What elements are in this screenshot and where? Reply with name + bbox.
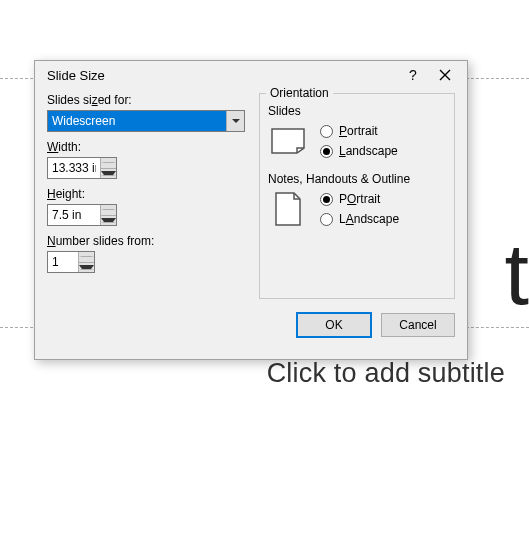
slides-section-label: Slides xyxy=(268,104,446,118)
caret-up-icon xyxy=(101,162,116,163)
radio-icon xyxy=(320,145,333,158)
caret-up-icon xyxy=(101,209,116,210)
dialog-titlebar: Slide Size ? xyxy=(35,61,467,89)
left-column: Slides sized for: Widescreen Width: Heig… xyxy=(47,93,247,307)
radio-icon xyxy=(320,193,333,206)
width-down-button[interactable] xyxy=(101,169,116,179)
radio-icon xyxy=(320,125,333,138)
height-up-button[interactable] xyxy=(101,205,116,216)
slides-landscape-radio[interactable]: Landscape xyxy=(320,144,398,158)
page-portrait-icon xyxy=(270,194,306,224)
caret-up-icon xyxy=(79,256,94,257)
slide-size-dialog: Slide Size ? Slides sized for: Widescree… xyxy=(34,60,468,360)
ok-button[interactable]: OK xyxy=(297,313,371,337)
cancel-button[interactable]: Cancel xyxy=(381,313,455,337)
close-icon xyxy=(439,69,451,81)
orientation-group: Orientation Slides Portrait Landscape xyxy=(259,93,455,299)
number-from-input[interactable] xyxy=(48,252,78,272)
caret-down-icon xyxy=(101,171,116,176)
number-up-button[interactable] xyxy=(79,252,94,263)
right-column: Orientation Slides Portrait Landscape xyxy=(259,93,455,307)
height-spinner[interactable] xyxy=(47,204,117,226)
close-button[interactable] xyxy=(439,69,459,81)
chevron-down-icon[interactable] xyxy=(226,111,244,131)
dialog-title: Slide Size xyxy=(47,68,105,83)
caret-down-icon xyxy=(101,218,116,223)
number-down-button[interactable] xyxy=(79,263,94,273)
slide-landscape-icon xyxy=(270,126,306,156)
caret-down-icon xyxy=(79,265,94,270)
notes-portrait-radio[interactable]: POrtrait xyxy=(320,192,399,206)
dialog-footer: OK Cancel xyxy=(35,307,467,347)
sized-for-combo[interactable]: Widescreen xyxy=(47,110,245,132)
width-spinner[interactable] xyxy=(47,157,117,179)
sized-for-label: Slides sized for: xyxy=(47,93,247,107)
number-from-spinner[interactable] xyxy=(47,251,95,273)
subtitle-placeholder[interactable]: Click to add subtitle xyxy=(267,358,505,389)
slides-portrait-radio[interactable]: Portrait xyxy=(320,124,398,138)
width-label: Width: xyxy=(47,140,247,154)
sized-for-value: Widescreen xyxy=(48,111,226,131)
number-from-label: Number slides from: xyxy=(47,234,247,248)
orientation-title: Orientation xyxy=(266,86,333,100)
title-truncated-text: t xyxy=(505,230,529,318)
height-down-button[interactable] xyxy=(101,216,116,226)
notes-landscape-radio[interactable]: LAndscape xyxy=(320,212,399,226)
radio-icon xyxy=(320,213,333,226)
height-label: Height: xyxy=(47,187,247,201)
notes-section-label: Notes, Handouts & Outline xyxy=(268,172,446,186)
help-button[interactable]: ? xyxy=(403,67,423,83)
height-input[interactable] xyxy=(48,205,100,225)
width-input[interactable] xyxy=(48,158,100,178)
width-up-button[interactable] xyxy=(101,158,116,169)
